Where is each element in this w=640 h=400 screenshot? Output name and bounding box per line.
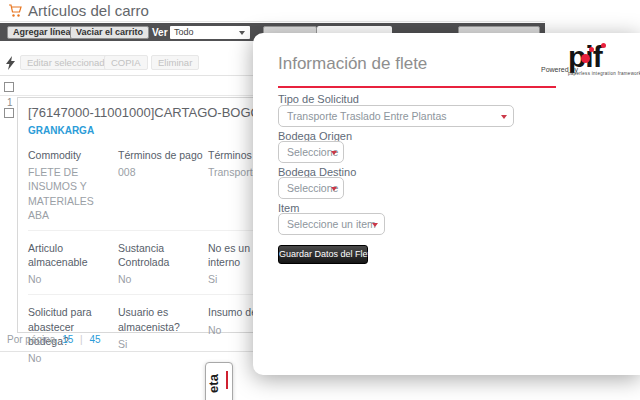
vendor-link[interactable]: GRANKARGA <box>28 125 94 136</box>
chevron-down-icon <box>239 31 245 35</box>
per-page-option-45[interactable]: 45 <box>89 334 100 345</box>
field-label: Commodity <box>28 148 113 162</box>
item-value: Seleccione un item <box>287 218 376 230</box>
request-type-value: Transporte Traslado Entre Plantas <box>287 110 447 122</box>
edit-selected-button[interactable]: Editar seleccionado <box>20 55 117 70</box>
pif-logo: pif paperless integration framework <box>568 39 636 87</box>
pagination-separator: | <box>80 334 83 345</box>
field-value: No <box>28 272 113 286</box>
pif-logo-subtext: paperless integration framework <box>568 71 636 76</box>
view-label: Ver <box>152 27 168 38</box>
origin-warehouse-select[interactable]: Seleccione <box>278 141 344 163</box>
empty-cart-button[interactable]: Vaciar el carrito <box>70 26 149 39</box>
logo-red-dot <box>581 54 590 63</box>
field-label: Sustancia Controlada <box>118 241 203 269</box>
request-type-select[interactable]: Transporte Traslado Entre Plantas <box>278 105 514 127</box>
field-label: Articulo almacenable <box>28 241 113 269</box>
delete-button[interactable]: Eliminar <box>151 55 199 70</box>
field-value: 008 <box>118 165 203 179</box>
brand-micro-strip <box>226 371 228 389</box>
destination-warehouse-select[interactable]: Seleccione <box>278 177 344 199</box>
field-label: Términos de pago <box>118 148 203 162</box>
logo-red-dot <box>589 47 594 52</box>
shopping-cart-icon <box>8 4 23 22</box>
logo-red-dot <box>601 43 606 48</box>
chevron-down-icon <box>331 187 337 191</box>
field-value: FLETE DE INSUMOS Y MATERIALES ABA <box>28 165 113 222</box>
row-number: 1 <box>7 97 13 108</box>
page-header: Artículos del carro <box>0 0 545 22</box>
field-value: No <box>28 351 113 365</box>
vertical-brand-tab[interactable]: eta <box>205 362 233 400</box>
per-page-option-15[interactable]: 15 <box>62 334 73 345</box>
field-cell: Sustancia Controlada No <box>118 241 208 287</box>
field-cell: Términos de pago 008 <box>118 148 208 222</box>
add-line-button[interactable]: Agregar línea <box>7 26 77 39</box>
save-freight-data-button[interactable]: Guardar Datos del Flete <box>278 245 368 264</box>
page-title: Artículos del carro <box>28 2 149 19</box>
pagination: Por página 15 | 45 <box>7 334 105 345</box>
title-underline <box>278 86 556 88</box>
item-select[interactable]: Seleccione un item <box>278 213 385 235</box>
chevron-down-icon <box>372 223 378 227</box>
lightning-icon[interactable] <box>5 56 16 74</box>
per-page-label: Por página <box>7 334 55 345</box>
row-checkbox[interactable] <box>4 108 14 118</box>
field-value: Si <box>118 337 203 351</box>
field-value: No <box>118 272 203 286</box>
field-cell: Commodity FLETE DE INSUMOS Y MATERIALES … <box>28 148 118 222</box>
select-all-checkbox[interactable] <box>4 82 14 92</box>
field-label: Usuario es almacenista? <box>118 305 203 333</box>
request-type-label: Tipo de Solicitud <box>278 93 359 105</box>
chevron-down-icon <box>501 115 507 119</box>
view-filter-value: Todo <box>174 27 194 37</box>
screen: Artículos del carro Agregar línea Vaciar… <box>0 0 640 400</box>
field-cell: Usuario es almacenista? Si <box>118 305 208 365</box>
chevron-down-icon <box>331 151 337 155</box>
freight-info-modal: Información de flete Powered by pif pape… <box>253 33 640 375</box>
modal-title: Información de flete <box>278 54 427 74</box>
view-filter-select[interactable]: Todo <box>170 26 250 39</box>
brand-tab-label: eta <box>206 374 221 393</box>
field-cell: Articulo almacenable No <box>28 241 118 287</box>
copy-button[interactable]: COPIA <box>104 55 148 70</box>
